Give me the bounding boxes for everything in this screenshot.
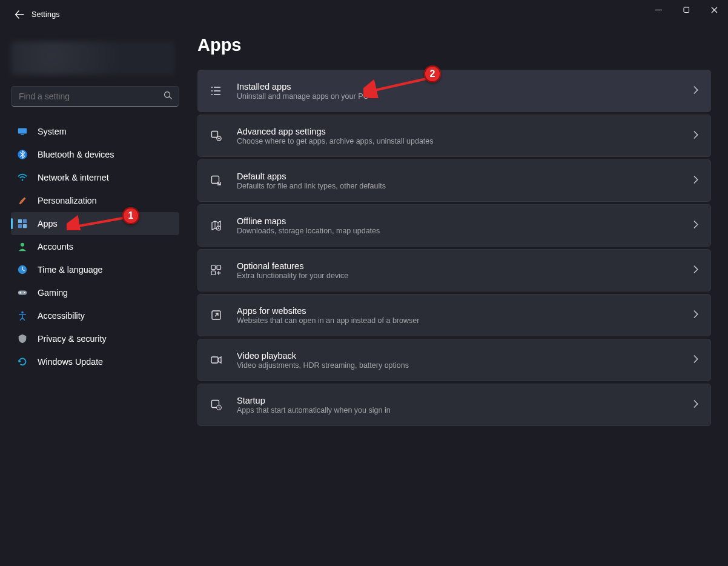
sidebar-item-time[interactable]: Time & language xyxy=(11,258,179,281)
time-icon xyxy=(17,264,28,275)
websites-icon xyxy=(209,308,223,322)
personalization-icon xyxy=(17,195,28,206)
annotation-callout-1: 1 xyxy=(122,207,139,224)
user-profile-placeholder xyxy=(11,41,174,75)
system-icon xyxy=(17,126,28,137)
card-title: Startup xyxy=(237,396,692,405)
svg-point-20 xyxy=(218,138,219,139)
svg-rect-0 xyxy=(684,7,689,13)
svg-rect-18 xyxy=(212,132,218,138)
titlebar: Settings xyxy=(0,0,728,29)
bluetooth-icon xyxy=(17,149,28,160)
gaming-icon xyxy=(17,287,28,298)
maximize-button[interactable] xyxy=(672,0,700,19)
close-button[interactable] xyxy=(700,0,728,19)
svg-point-15 xyxy=(211,87,213,88)
video-icon xyxy=(209,353,223,367)
svg-rect-9 xyxy=(23,224,27,228)
search-input[interactable] xyxy=(18,91,164,102)
update-icon xyxy=(17,356,28,367)
sidebar-item-gaming[interactable]: Gaming xyxy=(11,281,179,304)
window-controls xyxy=(644,0,728,19)
card-subtitle: Extra functionality for your device xyxy=(237,271,692,280)
sidebar-item-accessibility[interactable]: Accessibility xyxy=(11,304,179,327)
card-title: Offline maps xyxy=(237,216,692,226)
settings-card-offline[interactable]: Offline mapsDownloads, storage location,… xyxy=(197,204,711,247)
settings-card-optional[interactable]: Optional featuresExtra functionality for… xyxy=(197,249,711,291)
sidebar-item-label: Time & language xyxy=(38,265,103,275)
card-subtitle: Choose where to get apps, archive apps, … xyxy=(237,137,692,145)
settings-card-installed[interactable]: Installed appsUninstall and manage apps … xyxy=(197,70,711,112)
svg-rect-6 xyxy=(18,219,22,223)
svg-rect-23 xyxy=(211,265,216,270)
sidebar-item-label: Network & internet xyxy=(38,173,109,182)
sidebar-item-privacy[interactable]: Privacy & security xyxy=(11,327,179,350)
window-title: Settings xyxy=(31,10,60,19)
accessibility-icon xyxy=(17,310,28,321)
sidebar-item-update[interactable]: Windows Update xyxy=(11,350,179,373)
sidebar-item-bluetooth[interactable]: Bluetooth & devices xyxy=(11,143,179,166)
svg-rect-8 xyxy=(18,224,22,228)
sidebar-item-label: Privacy & security xyxy=(38,334,107,344)
startup-icon xyxy=(209,398,223,412)
card-subtitle: Websites that can open in an app instead… xyxy=(237,316,692,325)
arrow-left-icon xyxy=(15,10,24,19)
privacy-icon xyxy=(17,333,28,344)
sidebar-item-label: Accessibility xyxy=(38,311,85,321)
settings-card-advanced[interactable]: Advanced app settingsChoose where to get… xyxy=(197,115,711,157)
svg-rect-2 xyxy=(18,128,27,134)
svg-rect-7 xyxy=(23,219,27,223)
card-title: Advanced app settings xyxy=(237,127,692,136)
svg-point-10 xyxy=(21,243,24,247)
card-title: Video playback xyxy=(237,351,692,361)
card-subtitle: Downloads, storage location, map updates xyxy=(237,227,692,235)
sidebar-item-system[interactable]: System xyxy=(11,120,179,143)
chevron-right-icon xyxy=(692,355,700,365)
card-subtitle: Uninstall and manage apps on your PC xyxy=(237,92,692,101)
annotation-callout-2: 2 xyxy=(424,65,441,82)
settings-card-video[interactable]: Video playbackVideo adjustments, HDR str… xyxy=(197,339,711,381)
installed-icon xyxy=(209,84,223,98)
chevron-right-icon xyxy=(692,175,700,186)
card-title: Default apps xyxy=(237,171,692,181)
optional-icon xyxy=(209,263,223,278)
back-button[interactable] xyxy=(10,5,29,24)
svg-point-17 xyxy=(211,94,213,95)
sidebar-item-label: Windows Update xyxy=(38,357,103,367)
svg-point-16 xyxy=(211,90,213,92)
network-icon xyxy=(17,172,28,183)
search-box[interactable] xyxy=(11,86,179,107)
sidebar-item-network[interactable]: Network & internet xyxy=(11,166,179,189)
sidebar-item-label: Bluetooth & devices xyxy=(38,150,114,159)
sidebar-item-label: Apps xyxy=(38,219,58,228)
apps-icon xyxy=(17,218,28,229)
card-subtitle: Apps that start automatically when you s… xyxy=(237,406,692,415)
settings-card-startup[interactable]: StartupApps that start automatically whe… xyxy=(197,384,711,426)
sidebar-item-label: Personalization xyxy=(38,196,97,205)
accounts-icon xyxy=(17,241,28,252)
chevron-right-icon xyxy=(692,399,700,410)
offline-icon xyxy=(209,218,223,233)
settings-card-list: Installed appsUninstall and manage apps … xyxy=(197,70,711,426)
default-icon xyxy=(209,173,223,188)
svg-point-13 xyxy=(24,292,25,293)
sidebar-item-label: Gaming xyxy=(38,288,68,298)
settings-card-websites[interactable]: Apps for websitesWebsites that can open … xyxy=(197,294,711,336)
chevron-right-icon xyxy=(692,265,700,276)
sidebar-item-apps[interactable]: Apps xyxy=(11,212,179,235)
sidebar-item-label: System xyxy=(38,127,67,136)
minimize-button[interactable] xyxy=(644,0,672,19)
svg-rect-27 xyxy=(211,357,218,363)
chevron-right-icon xyxy=(692,130,700,141)
sidebar-item-personalization[interactable]: Personalization xyxy=(11,189,179,212)
card-title: Apps for websites xyxy=(237,306,692,316)
svg-point-5 xyxy=(22,179,24,181)
sidebar-item-accounts[interactable]: Accounts xyxy=(11,235,179,258)
chevron-right-icon xyxy=(692,85,700,96)
settings-card-default[interactable]: Default appsDefaults for file and link t… xyxy=(197,159,711,202)
chevron-right-icon xyxy=(692,220,700,231)
chevron-right-icon xyxy=(692,310,700,321)
search-icon xyxy=(164,91,173,102)
advanced-icon xyxy=(209,128,223,143)
sidebar-nav: SystemBluetooth & devicesNetwork & inter… xyxy=(11,120,179,373)
